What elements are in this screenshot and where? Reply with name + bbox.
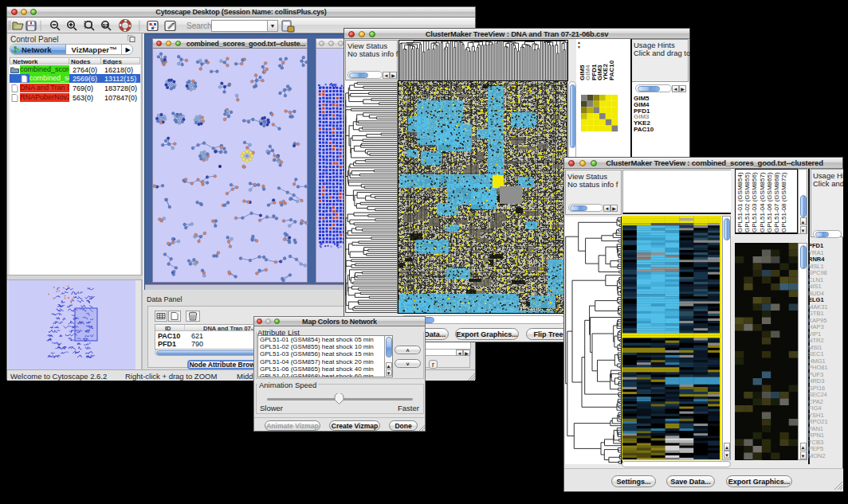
- svg-text:1:1: 1:1: [103, 23, 108, 28]
